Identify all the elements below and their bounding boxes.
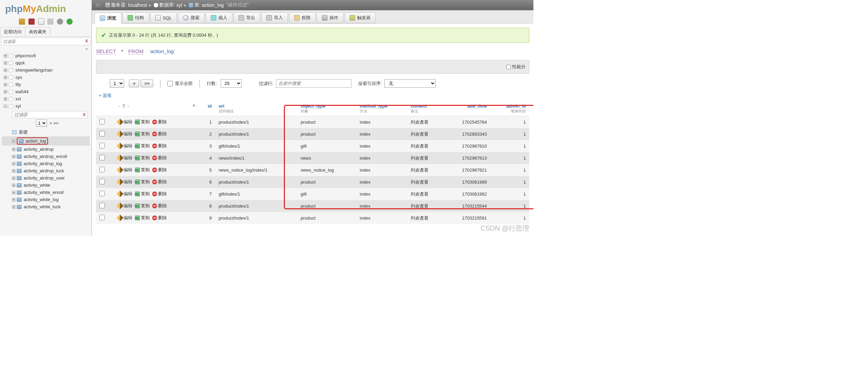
th-url[interactable]: url访问地址	[215, 101, 297, 116]
copy-link[interactable]: 复制	[135, 215, 150, 221]
phpmyadmin-logo[interactable]: phpMyAdmin	[0, 0, 92, 17]
tab-import[interactable]: 导入	[261, 12, 288, 23]
expand-icon[interactable]: +	[12, 162, 15, 165]
row-checkbox[interactable]	[99, 191, 105, 196]
tree-table-activity_white_log[interactable]: +activity_white_log	[2, 196, 90, 203]
home-icon[interactable]	[19, 18, 25, 25]
expand-icon[interactable]: +	[12, 198, 15, 201]
edit-link[interactable]: 编辑	[118, 191, 132, 197]
tab-triggers[interactable]: 触发器	[345, 12, 376, 23]
settings-icon[interactable]	[57, 18, 63, 25]
table-link[interactable]: action_log	[202, 2, 224, 8]
tree-table-activity_airdrop_user[interactable]: +activity_airdrop_user	[2, 174, 90, 182]
copy-link[interactable]: 复制	[135, 143, 150, 149]
tree-db-phpcmsv9[interactable]: +phpcmsv9	[2, 52, 90, 59]
tree-table-activity_white_enroll[interactable]: +activity_white_enroll	[2, 189, 90, 196]
expand-icon[interactable]: +	[12, 191, 15, 194]
th-content[interactable]: content备注	[407, 101, 444, 116]
edit-link[interactable]: 编辑	[118, 155, 132, 161]
expand-icon[interactable]: +	[4, 83, 7, 86]
expand-icon[interactable]: +	[12, 184, 15, 187]
sort-select[interactable]: 无	[384, 79, 436, 88]
tree-new-table[interactable]: 新建	[2, 128, 90, 136]
tree-db-sys[interactable]: +sys	[2, 74, 90, 81]
tree-db-xyl[interactable]: −xyl	[2, 102, 90, 110]
row-checkbox[interactable]	[99, 119, 105, 124]
delete-link[interactable]: 删除	[152, 155, 167, 161]
tree-table-action_log[interactable]: +action_log	[2, 136, 90, 146]
table-filter-input[interactable]	[12, 111, 87, 118]
expand-icon[interactable]: +	[12, 148, 15, 151]
copy-link[interactable]: 复制	[135, 179, 150, 185]
docs-icon[interactable]	[47, 18, 53, 25]
logout-icon[interactable]	[28, 18, 35, 25]
tab-export[interactable]: 导出	[233, 12, 260, 23]
delete-link[interactable]: 删除	[152, 215, 167, 221]
tree-db-qqck[interactable]: +qqck	[2, 59, 90, 66]
delete-link[interactable]: 删除	[152, 167, 167, 173]
row-checkbox[interactable]	[99, 155, 105, 160]
reload-icon[interactable]	[67, 18, 73, 25]
expand-icon[interactable]: +	[4, 76, 7, 79]
delete-link[interactable]: 删除	[152, 191, 167, 197]
delete-link[interactable]: 删除	[152, 179, 167, 185]
tab-favorites[interactable]: 表收藏夹	[25, 27, 50, 36]
expand-icon[interactable]: +	[4, 97, 7, 101]
edit-link[interactable]: 编辑	[118, 167, 132, 173]
tab-recent[interactable]: 近期访问	[0, 27, 25, 36]
copy-link[interactable]: 复制	[135, 191, 150, 197]
rows-select[interactable]: 25	[221, 79, 242, 88]
tree-db-shengweifangchan[interactable]: +shengweifangchan	[2, 66, 90, 74]
row-checkbox[interactable]	[99, 203, 105, 208]
row-checkbox[interactable]	[99, 131, 105, 136]
link-icon[interactable]: ⚭	[0, 46, 92, 52]
extra-options-link[interactable]: + 选项	[96, 91, 529, 100]
delete-link[interactable]: 删除	[152, 119, 167, 125]
perf-analysis-check[interactable]: 性能分	[506, 64, 526, 70]
tab-search[interactable]: 搜索	[178, 12, 205, 23]
tab-structure[interactable]: 结构	[122, 12, 149, 23]
delete-link[interactable]: 删除	[152, 131, 167, 137]
tree-table-activity_airdrop_enroll[interactable]: +activity_airdrop_enroll	[2, 153, 90, 160]
delete-link[interactable]: 删除	[152, 143, 167, 149]
tab-privileges[interactable]: 权限	[289, 12, 316, 23]
tree-table-activity_airdrop[interactable]: +activity_airdrop	[2, 146, 90, 153]
tab-browse[interactable]: 浏览	[95, 13, 121, 24]
expand-icon[interactable]: +	[4, 61, 7, 65]
expand-icon[interactable]: +	[12, 205, 15, 209]
th-add_time[interactable]: add_time	[444, 101, 490, 116]
tree-db-xcl[interactable]: +xcl	[2, 95, 90, 102]
next-page-button[interactable]: >	[129, 79, 139, 87]
show-all-checkbox[interactable]	[167, 81, 173, 86]
tree-db-tlly[interactable]: +tlly	[2, 81, 90, 88]
row-checkbox[interactable]	[99, 167, 105, 172]
th-id[interactable]: id	[199, 101, 215, 116]
edit-link[interactable]: 编辑	[118, 119, 132, 125]
page-select[interactable]: 1	[110, 79, 124, 88]
copy-link[interactable]: 复制	[135, 203, 150, 209]
tree-table-activity_airdrop_luck[interactable]: +activity_airdrop_luck	[2, 167, 90, 174]
edit-link[interactable]: 编辑	[118, 143, 132, 149]
expand-icon[interactable]: +	[4, 69, 7, 72]
tab-insert[interactable]: 插入	[206, 12, 232, 23]
row-checkbox[interactable]	[99, 179, 105, 184]
copy-link[interactable]: 复制	[135, 131, 150, 137]
expand-icon[interactable]: +	[12, 155, 15, 158]
edit-link[interactable]: 编辑	[118, 131, 132, 137]
expand-icon[interactable]: +	[12, 139, 15, 143]
copy-link[interactable]: 复制	[135, 155, 150, 161]
edit-link[interactable]: 编辑	[118, 203, 132, 209]
edit-link[interactable]: 编辑	[118, 179, 132, 185]
table-page-select[interactable]: 1	[36, 120, 47, 127]
edit-link[interactable]: 编辑	[118, 215, 132, 221]
show-all-check[interactable]: 显示全部	[167, 81, 193, 87]
tree-table-activity_white[interactable]: +activity_white	[2, 182, 90, 189]
delete-link[interactable]: 删除	[152, 203, 167, 209]
expand-icon[interactable]: +	[4, 90, 7, 94]
tab-sql[interactable]: SQL	[150, 12, 177, 23]
copy-link[interactable]: 复制	[135, 167, 150, 173]
db-filter-input[interactable]	[1, 38, 91, 45]
copy-link[interactable]: 复制	[135, 119, 150, 125]
expand-icon[interactable]: +	[4, 54, 7, 58]
tree-db-wa544[interactable]: +wa544	[2, 88, 90, 95]
